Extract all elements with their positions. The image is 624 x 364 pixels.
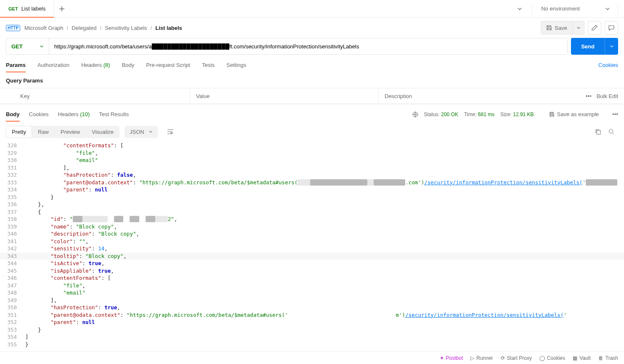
tab-settings[interactable]: Settings	[226, 58, 246, 72]
svg-rect-1	[597, 130, 600, 134]
breadcrumb-item[interactable]: Delegated	[72, 25, 96, 31]
footer-proxy[interactable]: ⟳ Start Proxy	[501, 355, 532, 361]
send-dropdown-button[interactable]	[605, 38, 618, 55]
add-tab-button[interactable]	[54, 6, 69, 12]
cookies-link[interactable]: Cookies	[598, 62, 618, 68]
copy-icon	[595, 129, 601, 135]
environment-select[interactable]: No environment	[538, 5, 613, 12]
save-button[interactable]: Save	[541, 21, 573, 35]
breadcrumb-row: HTTP Microsoft Graph / Delegated / Sensi…	[0, 18, 624, 38]
footer-runner[interactable]: ▷ Runner	[470, 355, 493, 361]
tab-body[interactable]: Body	[122, 58, 135, 72]
footer-vault[interactable]: ▦ Vault	[573, 355, 590, 361]
http-badge: HTTP	[6, 25, 20, 31]
url-input[interactable]	[49, 38, 567, 54]
save-dropdown-button[interactable]	[573, 21, 584, 35]
plus-icon	[59, 6, 65, 12]
tab-headers[interactable]: Headers (8)	[81, 58, 110, 72]
response-tab-body[interactable]: Body	[6, 107, 20, 122]
edit-button[interactable]	[588, 21, 601, 35]
view-visualize-button[interactable]: Visualize	[86, 126, 119, 138]
query-params-title: Query Params	[0, 73, 624, 88]
tab-prerequest[interactable]: Pre-request Script	[146, 58, 190, 72]
params-table: Key Value Description ••• Bulk Edit	[0, 88, 624, 104]
comment-icon	[608, 25, 614, 31]
chevron-down-icon	[610, 44, 614, 48]
column-key: Key	[0, 88, 190, 104]
view-pretty-button[interactable]: Pretty	[6, 126, 32, 138]
view-raw-button[interactable]: Raw	[32, 126, 55, 138]
chevron-down-icon	[517, 6, 522, 11]
tab-method: GET	[8, 6, 18, 11]
footer-trash[interactable]: 🗑 Trash	[598, 355, 618, 361]
chevron-down-icon	[149, 130, 153, 134]
chevron-down-icon	[40, 44, 44, 48]
footer-cookies[interactable]: ◯ Cookies	[539, 355, 565, 361]
tab-authorization[interactable]: Authorization	[37, 58, 69, 72]
wrap-lines-button[interactable]	[163, 126, 178, 138]
tabs-bar: GET List labels No environment	[0, 0, 624, 18]
response-tab-cookies[interactable]: Cookies	[29, 107, 49, 122]
send-button[interactable]: Send	[571, 38, 618, 55]
pencil-icon	[592, 25, 597, 31]
more-icon[interactable]: •••	[586, 93, 592, 99]
column-value: Value	[190, 88, 379, 104]
response-tab-tests[interactable]: Test Results	[99, 107, 129, 122]
svg-point-2	[609, 130, 613, 133]
breadcrumb-item[interactable]: Sensitivity Labels	[105, 25, 147, 31]
status-bar: ✦ Postbot ▷ Runner ⟳ Start Proxy ◯ Cooki…	[0, 351, 624, 364]
tab-tests[interactable]: Tests	[202, 58, 215, 72]
footer-postbot[interactable]: ✦ Postbot	[440, 355, 463, 361]
copy-button[interactable]	[591, 125, 605, 138]
comments-button[interactable]	[605, 21, 618, 35]
save-icon	[549, 112, 555, 117]
breadcrumbs: Microsoft Graph / Delegated / Sensitivit…	[24, 25, 182, 31]
tab-params[interactable]: Params	[6, 58, 26, 72]
url-bar: GET	[6, 38, 568, 55]
breadcrumb-current: List labels	[155, 25, 182, 31]
environment-label: No environment	[541, 5, 580, 12]
column-description: Description	[379, 88, 580, 104]
status-info: Status: 200 OK Time: 681 ms Size: 12.91 …	[412, 112, 534, 117]
tab-list-labels[interactable]: GET List labels	[0, 0, 54, 17]
view-preview-button[interactable]: Preview	[55, 126, 86, 138]
view-mode-segment: Pretty Raw Preview Visualize	[6, 126, 119, 138]
wrap-icon	[167, 129, 174, 135]
tab-title: List labels	[21, 5, 46, 12]
globe-icon	[412, 112, 418, 117]
save-as-example-button[interactable]: Save as example	[549, 111, 599, 117]
search-icon	[608, 129, 614, 135]
bulk-edit-button[interactable]: Bulk Edit	[597, 93, 618, 99]
tabs-overflow-button[interactable]	[514, 3, 526, 15]
method-select[interactable]: GET	[6, 38, 49, 54]
format-select[interactable]: JSON	[125, 126, 158, 138]
breadcrumb-item[interactable]: Microsoft Graph	[24, 25, 63, 31]
response-body[interactable]: 328 "contentFormats": [ 329 "file", 330 …	[0, 142, 624, 351]
chevron-down-icon	[576, 26, 581, 30]
save-icon	[546, 25, 552, 31]
response-more-button[interactable]: •••	[612, 111, 618, 117]
search-button[interactable]	[605, 125, 618, 138]
chevron-down-icon	[605, 6, 610, 11]
response-tab-headers[interactable]: Headers (10)	[58, 107, 90, 122]
